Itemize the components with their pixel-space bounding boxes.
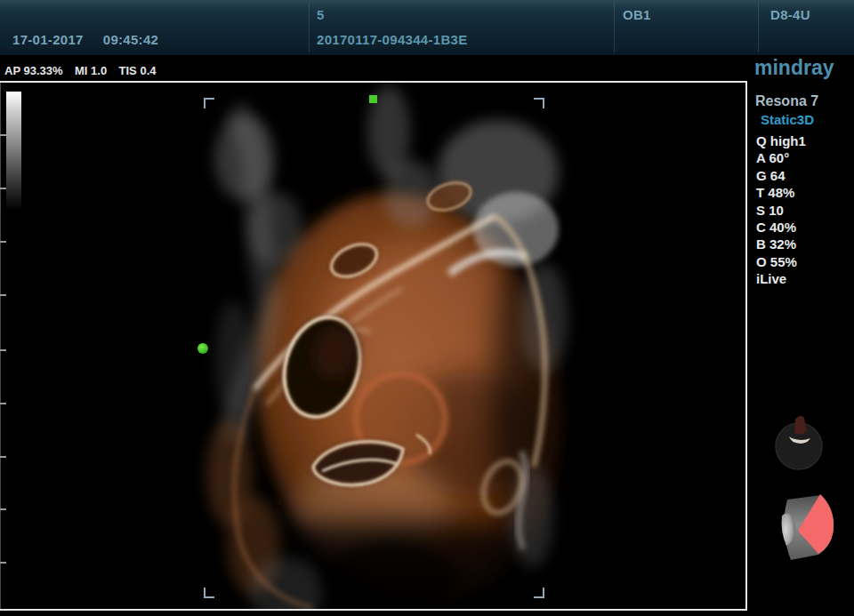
depth-scale-tick xyxy=(0,403,6,404)
exam-datetime: 17-01-201709:45:42 xyxy=(12,32,158,47)
image-display-area xyxy=(0,83,745,609)
roi-corner-bracket-br[interactable] xyxy=(534,588,544,598)
depth-scale-tick xyxy=(0,508,6,510)
depth-ruler-line xyxy=(0,83,1,609)
param-brightness: B 32% xyxy=(756,236,854,252)
depth-scale-tick xyxy=(0,456,6,458)
depth-scale-tick xyxy=(0,562,6,564)
grayscale-bar xyxy=(6,92,21,211)
system-model-label: Resona 7 xyxy=(755,93,854,109)
acoustic-power-value: AP 93.33% xyxy=(4,64,63,77)
header-divider xyxy=(614,3,615,52)
probe-orientation-icon xyxy=(778,491,837,565)
ilive-label: iLive xyxy=(756,270,854,288)
imaging-mode-label: Static3D xyxy=(761,112,854,127)
param-quality: Q high1 xyxy=(756,132,854,149)
param-gain: G 64 xyxy=(756,167,854,184)
exam-date: 17-01-2017 xyxy=(12,32,84,47)
thermal-index-value: TIS 0.4 xyxy=(119,64,157,77)
param-smooth: S 10 xyxy=(756,202,854,219)
header-divider xyxy=(309,3,310,52)
depth-scale-tick xyxy=(0,134,6,136)
depth-scale-tick xyxy=(0,188,6,189)
mechanical-index-value: MI 1.0 xyxy=(75,64,107,77)
ultrasound-3d-render xyxy=(0,83,745,609)
depth-scale-tick xyxy=(0,349,6,351)
parameter-sidebar: Resona 7 Static3D Q high1 A 60° G 64 T 4… xyxy=(752,93,854,288)
roi-edge-marker-top[interactable] xyxy=(369,95,377,103)
acoustic-status-bar: AP 93.33% MI 1.0 TIS 0.4 xyxy=(0,55,745,81)
exam-number: 5 xyxy=(317,7,325,22)
header-divider xyxy=(758,3,759,52)
trackball-icon xyxy=(775,411,825,471)
param-opacity: O 55% xyxy=(756,253,854,270)
param-contrast: C 40% xyxy=(756,219,854,236)
roi-corner-bracket-tl[interactable] xyxy=(204,98,214,108)
param-threshold: T 48% xyxy=(756,184,854,201)
roi-corner-bracket-tr[interactable] xyxy=(534,98,544,108)
exam-preset-label: OB1 xyxy=(623,7,651,22)
transducer-label: D8-4U xyxy=(770,7,810,22)
roi-corner-bracket-bl[interactable] xyxy=(204,588,214,598)
image-frame-bottom xyxy=(0,609,747,611)
image-frame-right xyxy=(745,81,747,611)
exam-time: 09:45:42 xyxy=(103,32,158,47)
header-bar: 17-01-201709:45:42 5 20170117-094344-1B3… xyxy=(0,0,854,55)
param-angle: A 60° xyxy=(756,149,854,166)
depth-scale-tick xyxy=(0,241,6,243)
exam-id: 20170117-094344-1B3E xyxy=(317,32,467,47)
depth-scale-tick xyxy=(0,294,6,296)
ultrasound-screen: { "header": { "date": "17-01-2017", "tim… xyxy=(0,0,854,616)
mindray-logo: mindray xyxy=(754,56,834,80)
roi-handle-dot[interactable] xyxy=(197,343,208,354)
image-frame-top xyxy=(0,81,747,83)
